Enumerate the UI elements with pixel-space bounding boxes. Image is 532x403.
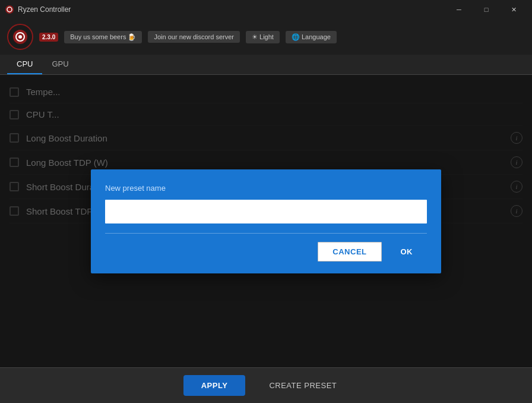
tabs-bar: CPU GPU: [0, 55, 532, 75]
tab-cpu[interactable]: CPU: [7, 55, 42, 74]
app-title: Ryzen Controller: [18, 5, 445, 14]
svg-point-4: [18, 35, 22, 39]
buy-beer-button[interactable]: Buy us some beers 🍺: [64, 31, 142, 43]
bottom-bar: APPLY CREATE PRESET: [0, 367, 532, 403]
ok-button[interactable]: OK: [387, 242, 428, 262]
settings-content: Tempe... CPU T... Long Boost Duration i …: [0, 75, 532, 367]
dialog-title: New preset name: [105, 184, 427, 193]
app-header: 2.3.0 Buy us some beers 🍺 Join our new d…: [0, 19, 532, 55]
maximize-button[interactable]: □: [473, 0, 500, 19]
logo: [7, 24, 33, 50]
minimize-button[interactable]: ─: [445, 0, 473, 19]
discord-button[interactable]: Join our new discord server: [148, 31, 240, 43]
dialog-overlay: New preset name CANCEL OK: [0, 75, 532, 367]
app-icon: [5, 5, 14, 14]
create-preset-button[interactable]: CREATE PRESET: [257, 375, 349, 396]
svg-point-0: [5, 5, 14, 14]
close-button[interactable]: ✕: [500, 0, 527, 19]
new-preset-dialog: New preset name CANCEL OK: [91, 169, 441, 273]
version-badge: 2.3.0: [39, 33, 58, 42]
preset-name-input[interactable]: [105, 200, 427, 223]
app-body: 2.3.0 Buy us some beers 🍺 Join our new d…: [0, 19, 532, 403]
apply-button[interactable]: APPLY: [183, 375, 246, 396]
dialog-divider: [105, 233, 427, 234]
title-bar: Ryzen Controller ─ □ ✕: [0, 0, 532, 19]
light-mode-button[interactable]: ☀ Light: [246, 31, 280, 43]
cancel-button[interactable]: CANCEL: [318, 242, 381, 262]
language-button[interactable]: 🌐 Language: [286, 31, 337, 43]
tab-gpu[interactable]: GPU: [42, 55, 78, 74]
dialog-actions: CANCEL OK: [105, 242, 427, 262]
window-controls: ─ □ ✕: [445, 0, 527, 19]
